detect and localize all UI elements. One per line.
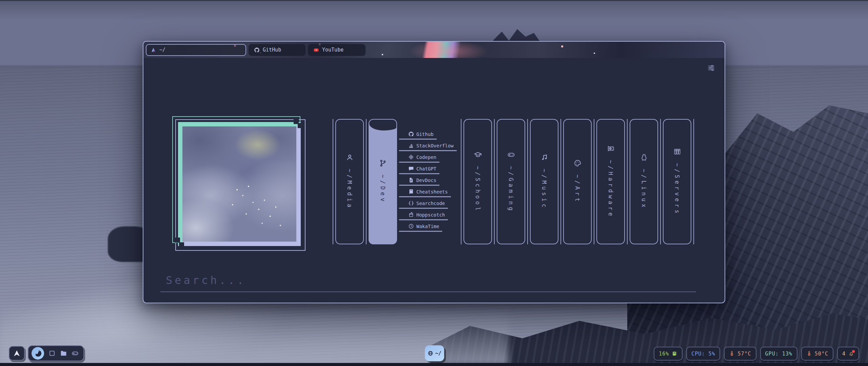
- link-label: Codepen: [416, 155, 436, 160]
- link-cheatsheets[interactable]: Cheatsheets: [399, 189, 451, 197]
- frame-corner-square: [298, 123, 303, 128]
- notification-badge-dot: [852, 350, 855, 353]
- hoppscotch-icon: [408, 212, 414, 218]
- shelf-separator: [527, 119, 528, 244]
- book-label: ~/Hardware: [607, 160, 614, 218]
- gpu-temp-widget[interactable]: 50°C: [801, 347, 833, 361]
- gamepad-icon: [507, 151, 515, 159]
- book-gaming[interactable]: ~/Gaming: [497, 119, 525, 244]
- book-label: ~/Servers: [674, 163, 680, 216]
- dev-links-list: Github StackOverflow Codepen ChatGPT: [399, 131, 461, 244]
- book-label: ~/Gaming: [508, 166, 514, 213]
- gpu-temp-value: 50°C: [815, 351, 828, 357]
- book-icon: [408, 189, 414, 195]
- link-chatgpt[interactable]: ChatGPT: [399, 166, 439, 174]
- link-hoppscotch[interactable]: Hoppscotch: [399, 212, 448, 220]
- book-hardware[interactable]: ~/Hardware: [596, 119, 625, 244]
- ram-usage-widget[interactable]: 16%: [654, 347, 683, 361]
- book-school[interactable]: ~/School: [463, 119, 492, 244]
- browser-logo-icon: [151, 47, 156, 53]
- shelf-separator: [560, 119, 561, 244]
- book-label: ~/Dev: [379, 175, 386, 204]
- launcher-button[interactable]: [9, 346, 25, 361]
- desktop: ~/ GitHub YouTube: [0, 0, 868, 366]
- shelf-separator: [594, 119, 594, 244]
- search-placeholder: Search...: [166, 274, 246, 287]
- ram-icon: [672, 351, 677, 357]
- link-label: Github: [416, 131, 434, 137]
- link-label: StackOverflow: [416, 143, 454, 148]
- tab-label: YouTube: [322, 47, 343, 53]
- dock: [28, 345, 84, 361]
- link-label: Hoppscotch: [416, 212, 445, 218]
- gamepad-icon[interactable]: [72, 350, 79, 357]
- search-input[interactable]: Search...: [160, 274, 696, 292]
- gpu-icon: [607, 145, 615, 152]
- link-wakatime[interactable]: WakaTime: [399, 223, 442, 232]
- link-label: WakaTime: [416, 224, 439, 229]
- dock-item-firefox[interactable]: [32, 347, 44, 360]
- wallpaper-top-line: [0, 0, 868, 1]
- terminal-icon[interactable]: [48, 350, 56, 357]
- cpu-temp-widget[interactable]: 57°C: [724, 347, 756, 361]
- graduation-cap-icon: [474, 151, 482, 159]
- thermometer-icon: [729, 351, 735, 357]
- shelf-separator: [660, 119, 661, 244]
- link-github[interactable]: Github: [399, 131, 437, 140]
- browser-window: ~/ GitHub YouTube: [143, 41, 725, 303]
- artwork-frame: [172, 116, 308, 253]
- shelf-separator: [333, 119, 333, 244]
- clock-icon: [408, 223, 414, 229]
- link-searchcode[interactable]: Searchcode: [399, 200, 448, 209]
- link-label: DevDocs: [416, 178, 436, 183]
- book-dev-open[interactable]: ~/Dev: [369, 119, 397, 244]
- book-linux[interactable]: ~/Linux: [630, 119, 658, 244]
- link-label: Cheatsheets: [416, 189, 448, 195]
- book-label: ~/Art: [574, 175, 581, 204]
- link-label: ChatGPT: [416, 166, 436, 171]
- folder-icon[interactable]: [60, 350, 67, 357]
- book-label: ~/Media: [346, 169, 353, 210]
- link-stackoverflow[interactable]: StackOverflow: [399, 143, 457, 151]
- book-music[interactable]: ~/Music: [530, 119, 558, 244]
- arch-icon: [13, 349, 21, 357]
- tab-youtube[interactable]: YouTube: [308, 44, 366, 56]
- tab-github[interactable]: GitHub: [249, 44, 305, 56]
- notifications-widget[interactable]: 4: [837, 347, 859, 361]
- frame-corner-square: [175, 238, 180, 243]
- link-devdocs[interactable]: DevDocs: [399, 177, 439, 186]
- thermometer-icon: [806, 351, 812, 357]
- address-bar[interactable]: ~/: [146, 44, 246, 56]
- bell-icon: [848, 351, 854, 357]
- status-widgets: 16% CPU: 5% 57°C GPU: 13% 50°C 4: [654, 347, 859, 361]
- cloud-painting: [178, 122, 301, 246]
- user-icon: [346, 154, 354, 161]
- active-window-button[interactable]: ~/: [425, 345, 444, 361]
- active-window-label: ~/: [435, 350, 441, 357]
- book-label: ~/School: [474, 166, 481, 213]
- sliders-icon[interactable]: [707, 63, 716, 73]
- book-art[interactable]: ~/Art: [563, 119, 592, 244]
- gpu-usage-widget[interactable]: GPU: 13%: [760, 347, 797, 361]
- stackoverflow-icon: [408, 143, 414, 148]
- link-label: Searchcode: [416, 201, 445, 206]
- address-text: ~/: [159, 47, 165, 53]
- codepen-icon: [408, 154, 414, 160]
- shelf-separator: [494, 119, 495, 244]
- music-note-icon: [540, 154, 548, 161]
- server-icon: [673, 148, 681, 156]
- chat-icon: [408, 166, 414, 171]
- github-icon: [408, 131, 414, 137]
- globe-icon: [428, 350, 433, 356]
- cpu-usage-widget[interactable]: CPU: 5%: [686, 347, 720, 361]
- ram-usage-value: 16%: [659, 351, 669, 357]
- book-servers[interactable]: ~/Servers: [663, 119, 691, 244]
- shelf-separator: [461, 119, 461, 244]
- book-media[interactable]: ~/Media: [335, 119, 364, 244]
- link-codepen[interactable]: Codepen: [399, 154, 439, 163]
- tab-bar: ~/ GitHub YouTube: [143, 42, 725, 58]
- cpu-temp-value: 57°C: [737, 351, 751, 357]
- cpu-usage-value: CPU: 5%: [691, 351, 715, 357]
- palette-icon: [574, 159, 581, 167]
- git-branch-icon: [379, 159, 387, 167]
